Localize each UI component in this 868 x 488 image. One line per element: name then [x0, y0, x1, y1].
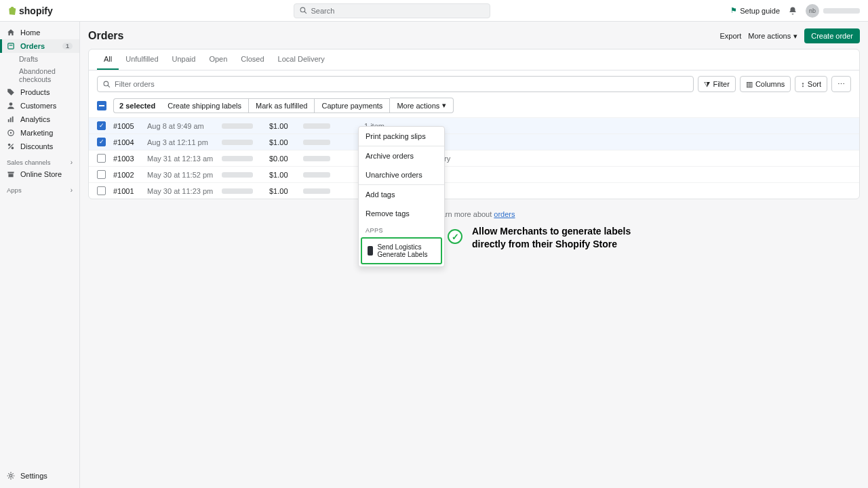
sidebar-sub-drafts[interactable]: Drafts	[0, 53, 79, 65]
tag-icon	[7, 88, 15, 96]
account-menu[interactable]: nb	[806, 4, 860, 18]
table-row[interactable]: #1002May 30 at 11:52 pm$1.001 item	[89, 166, 859, 182]
orders-table: #1005Aug 8 at 9:49 am$1.001 item#1004Aug…	[89, 117, 859, 199]
sidebar-item-orders[interactable]: Orders 1	[0, 39, 79, 53]
sidebar-label: Online Store	[20, 170, 62, 178]
cell-customer-redacted	[222, 171, 269, 179]
tab-unpaid[interactable]: Unpaid	[165, 49, 203, 70]
settings-label: Settings	[20, 472, 47, 480]
select-all-checkbox[interactable]	[97, 101, 106, 110]
cell-payment-redacted	[303, 187, 364, 195]
sidebar-item-settings[interactable]: Settings	[0, 468, 79, 484]
svg-point-14	[104, 81, 108, 86]
bulk-create-labels[interactable]: Create shipping labels	[161, 98, 249, 113]
app-icon	[368, 246, 373, 256]
search-icon	[103, 81, 111, 88]
orders-badge: 1	[62, 43, 73, 49]
table-row[interactable]: #1003May 31 at 12:13 am$0.001 itemLocal …	[89, 150, 859, 166]
cell-total: $1.00	[269, 187, 303, 195]
overflow-button[interactable]: ⋯	[831, 76, 851, 92]
sidebar-item-products[interactable]: Products	[0, 85, 79, 99]
sidebar-item-customers[interactable]: Customers	[0, 99, 79, 113]
more-actions-dropdown: Print packing slips Archive orders Unarc…	[358, 126, 445, 267]
cell-customer-redacted	[222, 155, 269, 163]
chart-icon	[7, 115, 15, 123]
filter-button[interactable]: ⧩Filter	[698, 76, 735, 92]
row-checkbox[interactable]	[97, 170, 106, 179]
table-row[interactable]: #1005Aug 8 at 9:49 am$1.001 item	[89, 117, 859, 134]
filter-orders-input[interactable]: Filter orders	[97, 76, 694, 92]
dd-unarchive-orders[interactable]: Unarchive orders	[359, 165, 444, 184]
dots-icon: ⋯	[837, 80, 845, 89]
chevron-right-icon[interactable]: ›	[71, 159, 73, 166]
bulk-more-actions[interactable]: More actions ▾	[390, 98, 454, 113]
table-row[interactable]: #1004Aug 3 at 12:11 pm$1.001 item	[89, 134, 859, 150]
tab-local-delivery[interactable]: Local Delivery	[271, 49, 332, 70]
cell-order: #1001	[113, 187, 147, 195]
orders-help-link[interactable]: orders	[494, 210, 515, 218]
cell-date: May 31 at 12:13 am	[147, 155, 222, 163]
row-checkbox[interactable]	[97, 121, 106, 130]
page-more-actions[interactable]: More actions ▾	[748, 32, 797, 41]
row-checkbox[interactable]	[97, 138, 106, 146]
shopify-logo[interactable]: shopify	[8, 5, 53, 16]
order-tabs: All Unfulfilled Unpaid Open Closed Local…	[89, 49, 859, 70]
bulk-capture-payments[interactable]: Capture payments	[315, 98, 390, 113]
sidebar-label: Customers	[20, 102, 56, 110]
gear-icon	[7, 472, 15, 480]
cell-date: Aug 8 at 9:49 am	[147, 122, 222, 130]
create-order-button[interactable]: Create order	[804, 28, 860, 43]
tab-open[interactable]: Open	[202, 49, 234, 70]
orders-card: All Unfulfilled Unpaid Open Closed Local…	[88, 49, 860, 199]
tab-closed[interactable]: Closed	[234, 49, 271, 70]
dd-archive-orders[interactable]: Archive orders	[359, 146, 444, 165]
sidebar: Home Orders 1 Drafts Abandoned checkouts…	[0, 22, 80, 488]
cell-total: $1.00	[269, 122, 303, 130]
dd-app-send-logistics[interactable]: Send Logistics Generate Labels	[361, 237, 442, 264]
sales-channels-header: Sales channels ›	[0, 153, 79, 167]
sidebar-label: Marketing	[20, 129, 53, 137]
chevron-right-icon[interactable]: ›	[71, 186, 73, 194]
shopify-bag-icon	[8, 7, 16, 15]
sidebar-item-discounts[interactable]: Discounts	[0, 140, 79, 153]
svg-point-0	[300, 7, 305, 12]
account-name-redacted	[823, 8, 860, 14]
main-content: Orders Export More actions ▾ Create orde…	[80, 22, 868, 488]
svg-point-9	[10, 132, 12, 134]
global-search[interactable]: Search	[294, 3, 490, 18]
bulk-mark-fulfilled[interactable]: Mark as fulfilled	[249, 98, 315, 113]
cell-payment-redacted	[303, 171, 364, 179]
search-icon	[300, 7, 307, 14]
sidebar-item-marketing[interactable]: Marketing	[0, 126, 79, 140]
sidebar-item-home[interactable]: Home	[0, 26, 79, 39]
dd-print-packing-slips[interactable]: Print packing slips	[359, 127, 444, 146]
bell-icon[interactable]	[788, 6, 797, 16]
dd-add-tags[interactable]: Add tags	[359, 185, 444, 204]
cell-order: #1005	[113, 122, 147, 130]
cell-customer-redacted	[222, 122, 269, 130]
selected-count: 2 selected	[113, 98, 161, 113]
cell-payment-redacted	[303, 155, 364, 163]
dd-remove-tags[interactable]: Remove tags	[359, 204, 444, 223]
page-title: Orders	[88, 30, 123, 42]
row-checkbox[interactable]	[97, 154, 106, 163]
sidebar-item-online-store[interactable]: Online Store	[0, 167, 79, 181]
tab-all[interactable]: All	[97, 49, 119, 70]
sidebar-item-analytics[interactable]: Analytics	[0, 113, 79, 126]
export-button[interactable]: Export	[719, 32, 741, 40]
cell-customer-redacted	[222, 138, 269, 146]
sort-icon: ↕	[801, 80, 805, 88]
flag-icon: ⚑	[730, 6, 737, 15]
cell-total: $0.00	[269, 155, 303, 163]
row-checkbox[interactable]	[97, 186, 106, 195]
annotation-check-icon: ✓	[448, 229, 462, 244]
setup-guide-button[interactable]: ⚑ Setup guide	[730, 6, 780, 15]
table-row[interactable]: #1001May 30 at 11:23 pm$1.001 item	[89, 182, 859, 199]
columns-button[interactable]: ▥Columns	[740, 76, 791, 92]
svg-rect-2	[8, 43, 14, 49]
sidebar-sub-abandoned[interactable]: Abandoned checkouts	[0, 65, 79, 85]
cell-order: #1004	[113, 138, 147, 146]
tab-unfulfilled[interactable]: Unfulfilled	[119, 49, 165, 70]
avatar: nb	[806, 4, 819, 18]
sort-button[interactable]: ↕Sort	[795, 76, 827, 92]
